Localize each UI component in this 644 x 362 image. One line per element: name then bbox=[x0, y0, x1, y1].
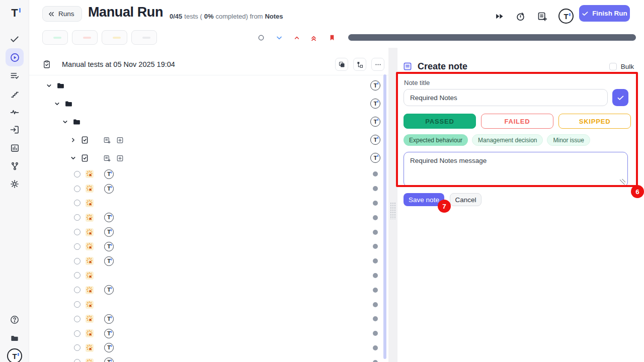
testomat-link-icon[interactable]: T bbox=[104, 169, 114, 179]
note-message-textarea[interactable]: Required Notes message bbox=[404, 152, 628, 187]
steps-icon[interactable] bbox=[6, 85, 24, 103]
status-button-passed[interactable]: PASSED bbox=[404, 114, 476, 129]
testomat-link-icon[interactable]: T bbox=[104, 184, 114, 194]
note-title-input[interactable] bbox=[404, 89, 608, 106]
chevron-down-icon[interactable] bbox=[53, 101, 60, 107]
test-radio[interactable] bbox=[74, 258, 80, 264]
filter-chip-failed[interactable] bbox=[72, 30, 98, 45]
status-dot[interactable] bbox=[373, 331, 378, 336]
test-radio[interactable] bbox=[74, 200, 80, 206]
divider-drag-handle[interactable] bbox=[390, 202, 395, 219]
status-dot[interactable] bbox=[373, 273, 378, 278]
status-dot[interactable] bbox=[373, 316, 378, 321]
app-logo[interactable]: T bbox=[6, 4, 24, 22]
testomat-link-icon[interactable]: T bbox=[104, 256, 114, 266]
test-radio[interactable] bbox=[74, 214, 80, 221]
filter-chip-skipped[interactable] bbox=[102, 30, 127, 45]
status-dot[interactable] bbox=[373, 215, 378, 220]
status-button-failed[interactable]: FAILED bbox=[481, 114, 553, 129]
chevron-up-icon[interactable] bbox=[291, 32, 302, 43]
quick-save-check-button[interactable] bbox=[612, 89, 628, 106]
cancel-button[interactable]: Cancel bbox=[450, 193, 481, 206]
test-radio[interactable] bbox=[74, 301, 80, 308]
collapse-chevron-down-icon[interactable] bbox=[274, 32, 285, 43]
test-radio[interactable] bbox=[74, 229, 80, 235]
bulk-toggle[interactable]: Bulk bbox=[609, 63, 634, 70]
status-dot[interactable] bbox=[373, 360, 378, 362]
more-options-icon[interactable] bbox=[371, 58, 384, 71]
stopwatch-icon[interactable] bbox=[515, 11, 526, 22]
pulse-icon[interactable] bbox=[6, 103, 24, 121]
chevron-right-icon[interactable] bbox=[69, 137, 76, 143]
status-dot[interactable] bbox=[373, 201, 378, 206]
testomat-link-icon[interactable]: T bbox=[104, 357, 114, 362]
test-radio[interactable] bbox=[74, 359, 80, 362]
testomat-link-icon[interactable]: T bbox=[104, 285, 114, 295]
status-button-skipped[interactable]: SKIPPED bbox=[558, 114, 631, 129]
projects-folder-icon[interactable] bbox=[6, 329, 24, 347]
test-radio[interactable] bbox=[74, 186, 80, 192]
bookmark-icon[interactable] bbox=[327, 32, 338, 43]
test-radio[interactable] bbox=[74, 272, 80, 279]
circle-filter-icon[interactable] bbox=[256, 32, 267, 43]
filter-chip-passed[interactable] bbox=[42, 30, 68, 45]
note-tag[interactable]: Expected behaviour bbox=[404, 134, 468, 146]
status-dot[interactable] bbox=[373, 258, 378, 263]
add-test-icon[interactable] bbox=[116, 136, 124, 144]
textarea-resize-grip[interactable] bbox=[620, 179, 625, 185]
workspace-logo-icon[interactable]: T bbox=[6, 347, 24, 362]
chevron-down-icon[interactable] bbox=[69, 155, 76, 161]
branch-icon[interactable] bbox=[6, 157, 24, 175]
status-dot[interactable] bbox=[373, 302, 378, 307]
chevron-down-icon[interactable] bbox=[45, 82, 52, 89]
status-dot[interactable] bbox=[373, 171, 378, 176]
add-note-icon[interactable] bbox=[103, 154, 111, 162]
testomat-link-icon[interactable]: T bbox=[104, 213, 114, 222]
checks-icon[interactable] bbox=[6, 30, 24, 48]
brand-circle-icon[interactable]: T bbox=[558, 9, 574, 24]
runs-play-icon[interactable] bbox=[6, 48, 24, 66]
add-note-icon[interactable] bbox=[103, 136, 111, 144]
test-radio[interactable] bbox=[74, 287, 80, 293]
double-chevron-up-icon[interactable] bbox=[308, 32, 319, 43]
testomat-link-icon[interactable]: T bbox=[370, 99, 380, 109]
status-dot[interactable] bbox=[373, 345, 378, 350]
filter-chip-pending[interactable] bbox=[131, 30, 157, 45]
back-to-runs-button[interactable]: Runs bbox=[42, 6, 82, 22]
status-dot[interactable] bbox=[373, 244, 378, 249]
tree-scrollbar[interactable] bbox=[383, 74, 386, 359]
help-icon[interactable] bbox=[6, 311, 24, 329]
status-dot[interactable] bbox=[373, 186, 378, 191]
status-dot[interactable] bbox=[373, 230, 378, 235]
testomat-link-icon[interactable]: T bbox=[370, 80, 380, 90]
settings-gear-icon[interactable] bbox=[6, 175, 24, 193]
test-radio[interactable] bbox=[74, 316, 80, 322]
chevron-down-icon[interactable] bbox=[61, 119, 68, 125]
import-icon[interactable] bbox=[6, 121, 24, 139]
list-check-icon[interactable] bbox=[6, 67, 24, 85]
note-tag[interactable]: Management decision bbox=[472, 134, 543, 146]
bulk-checkbox[interactable] bbox=[609, 63, 617, 70]
testomat-link-icon[interactable]: T bbox=[370, 135, 380, 145]
testomat-link-icon[interactable]: T bbox=[370, 117, 380, 127]
fast-forward-icon[interactable] bbox=[495, 12, 504, 21]
testomat-link-icon[interactable]: T bbox=[104, 227, 114, 237]
test-radio[interactable] bbox=[74, 330, 80, 337]
add-note-icon[interactable] bbox=[537, 11, 547, 22]
run-tree-title[interactable]: Manual tests at 05 Nov 2025 19:04 bbox=[62, 60, 175, 68]
tree-view-icon[interactable] bbox=[353, 58, 366, 71]
copy-icon[interactable] bbox=[335, 58, 348, 71]
test-radio[interactable] bbox=[74, 344, 80, 351]
add-test-icon[interactable] bbox=[116, 154, 124, 162]
testomat-link-icon[interactable]: T bbox=[104, 329, 114, 338]
test-radio[interactable] bbox=[74, 243, 80, 250]
analytics-chart-icon[interactable] bbox=[6, 139, 24, 157]
status-dot[interactable] bbox=[373, 288, 378, 293]
finish-run-button[interactable]: Finish Run bbox=[579, 5, 630, 22]
testomat-link-icon[interactable]: T bbox=[104, 314, 114, 324]
testomat-link-icon[interactable]: T bbox=[104, 242, 114, 251]
test-radio[interactable] bbox=[74, 171, 80, 177]
testomat-link-icon[interactable]: T bbox=[104, 343, 114, 352]
testomat-link-icon[interactable]: T bbox=[370, 153, 380, 163]
note-tag[interactable]: Minor issue bbox=[547, 134, 590, 146]
